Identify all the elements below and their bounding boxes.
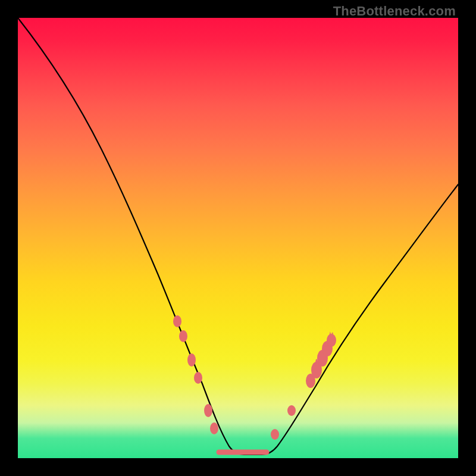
svg-point-0	[173, 315, 181, 327]
svg-point-5	[210, 422, 218, 434]
svg-point-4	[204, 404, 212, 417]
svg-point-2	[187, 353, 196, 367]
bottleneck-curve	[18, 18, 458, 455]
watermark-text: TheBottleneck.com	[333, 4, 456, 19]
svg-point-3	[194, 372, 202, 384]
right-branch-markers	[271, 333, 336, 440]
bottleneck-curve-svg	[18, 18, 458, 458]
plot-area	[18, 18, 458, 458]
chart-frame: TheBottleneck.com	[0, 0, 476, 476]
svg-point-1	[179, 330, 187, 342]
svg-point-7	[287, 405, 296, 416]
left-branch-markers	[173, 315, 218, 434]
svg-point-6	[271, 429, 279, 440]
